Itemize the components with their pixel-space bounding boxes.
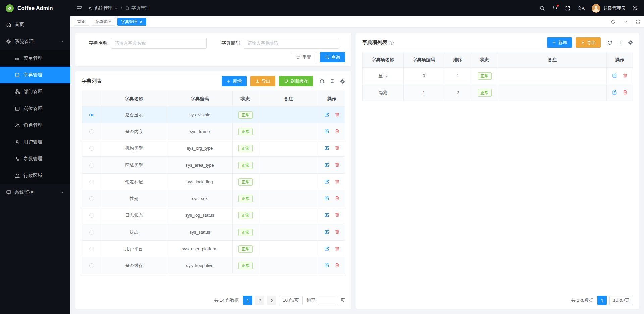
refresh-cache-button[interactable]: 刷新缓存 (279, 76, 313, 86)
edit-icon[interactable] (324, 145, 329, 150)
sidebar-item-monitor[interactable]: 系统监控 (0, 184, 70, 201)
next-page-icon[interactable] (267, 296, 276, 305)
dict-table-row[interactable]: 性别 sys_sex 正常 (82, 190, 345, 207)
delete-icon[interactable] (335, 263, 340, 268)
delete-icon[interactable] (335, 145, 340, 150)
row-select-radio[interactable] (89, 247, 94, 251)
page-number-2[interactable]: 2 (255, 296, 264, 305)
delete-icon[interactable] (335, 162, 340, 167)
table-settings-gear-icon[interactable] (340, 79, 345, 84)
delete-icon[interactable] (335, 196, 340, 201)
content-fullscreen-icon[interactable] (632, 16, 644, 27)
row-select-radio[interactable] (89, 146, 94, 151)
edit-icon[interactable] (324, 162, 329, 167)
edit-icon[interactable] (324, 229, 329, 234)
delete-icon[interactable] (335, 212, 340, 217)
sidebar-item-menu-mgmt[interactable]: 菜单管理 (0, 50, 70, 67)
search-icon[interactable] (539, 5, 545, 11)
sidebar-item-user-mgmt[interactable]: 用户管理 (0, 134, 70, 150)
topbar-actions: 文A 超级管理员 (539, 4, 638, 13)
edit-icon[interactable] (612, 90, 617, 95)
row-select-radio[interactable] (89, 113, 94, 117)
dict-name-input[interactable] (111, 38, 207, 49)
tab-home[interactable]: 首页 (74, 18, 89, 26)
dict-code-input[interactable] (244, 38, 339, 49)
row-select-radio[interactable] (89, 263, 94, 268)
delete-icon[interactable] (623, 90, 628, 95)
row-select-radio[interactable] (89, 213, 94, 218)
dict-table-row[interactable]: 日志状态 sys_log_status 正常 (82, 207, 345, 224)
dict-table-row[interactable]: 区域类型 sys_area_type 正常 (82, 157, 345, 174)
edit-icon[interactable] (324, 112, 329, 117)
delete-icon[interactable] (335, 246, 340, 251)
dict-table-row[interactable]: 用户平台 sys_user_platform 正常 (82, 241, 345, 257)
tab-menu-mgmt[interactable]: 菜单管理 (92, 18, 115, 26)
edit-icon[interactable] (324, 196, 329, 201)
sidebar-item-home[interactable]: 首页 (0, 16, 70, 33)
edit-icon[interactable] (324, 263, 329, 268)
avatar[interactable] (592, 4, 600, 13)
notifications-bell-icon[interactable] (552, 5, 558, 11)
add-dict-button[interactable]: 新增 (222, 76, 247, 86)
dict-item-table-row[interactable]: 隐藏 1 2 正常 (363, 84, 633, 101)
refresh-page-icon[interactable] (607, 16, 620, 27)
table-settings-gear-icon[interactable] (628, 40, 633, 45)
edit-icon[interactable] (324, 246, 329, 251)
sidebar-item-region-mgmt[interactable]: 行政区域 (0, 167, 70, 184)
translate-icon[interactable]: 文A (577, 5, 585, 11)
sidebar-item-dept-mgmt[interactable]: 部门管理 (0, 83, 70, 100)
refresh-table-icon[interactable] (607, 40, 612, 45)
delete-icon[interactable] (335, 179, 340, 184)
dict-table-row[interactable]: 是否缓存 sys_keepalive 正常 (82, 257, 345, 274)
close-icon[interactable] (140, 20, 143, 23)
page-size-select[interactable]: 10 条/页 (279, 296, 303, 305)
row-select-radio[interactable] (89, 180, 94, 184)
collapse-sidebar-icon[interactable] (76, 5, 83, 11)
row-select-radio[interactable] (89, 196, 94, 201)
edit-icon[interactable] (324, 212, 329, 217)
row-density-icon[interactable] (330, 79, 335, 84)
settings-gear-icon[interactable] (632, 5, 638, 11)
query-button[interactable]: 查询 (320, 52, 345, 62)
delete-icon[interactable] (335, 229, 340, 234)
sidebar-item-post-mgmt[interactable]: 岗位管理 (0, 100, 70, 117)
export-dict-item-button[interactable]: 导出 (576, 37, 601, 48)
refresh-table-icon[interactable] (319, 79, 325, 84)
reset-button[interactable]: 重置 (291, 52, 316, 62)
logo[interactable]: Coffee Admin (0, 0, 70, 16)
breadcrumb-item-dict[interactable]: 字典管理 (125, 5, 150, 11)
cell-dict-code: sys_area_type (167, 157, 233, 174)
sidebar-item-param-mgmt[interactable]: 参数管理 (0, 150, 70, 167)
add-dict-item-button[interactable]: 新增 (547, 37, 572, 48)
delete-icon[interactable] (335, 112, 340, 117)
row-select-radio[interactable] (89, 163, 94, 168)
sidebar-item-dict-mgmt[interactable]: 字典管理 (0, 67, 70, 83)
edit-icon[interactable] (324, 179, 329, 184)
tab-options-chevron-icon[interactable] (620, 16, 632, 27)
dict-table-row[interactable]: 是否显示 sys_visible 正常 (82, 107, 345, 123)
info-icon[interactable] (389, 40, 394, 45)
dict-table-row[interactable]: 是否内嵌 sys_frame 正常 (82, 123, 345, 140)
page-size-select[interactable]: 10 条/页 (609, 296, 633, 305)
delete-icon[interactable] (335, 129, 340, 134)
fullscreen-icon[interactable] (565, 6, 570, 11)
dict-table-row[interactable]: 锁定标记 sys_lock_flag 正常 (82, 174, 345, 190)
row-select-radio[interactable] (89, 230, 94, 235)
dict-item-table-row[interactable]: 显示 0 1 正常 (363, 68, 633, 84)
dict-table-row[interactable]: 状态 sys_status 正常 (82, 224, 345, 241)
dict-table-row[interactable]: 机构类型 sys_org_type 正常 (82, 140, 345, 157)
delete-icon[interactable] (623, 73, 628, 78)
export-dict-button[interactable]: 导出 (250, 76, 275, 86)
page-number-1[interactable]: 1 (243, 296, 252, 305)
edit-icon[interactable] (612, 73, 617, 78)
current-user-name[interactable]: 超级管理员 (603, 5, 625, 11)
edit-icon[interactable] (324, 129, 329, 134)
row-select-radio[interactable] (89, 129, 94, 134)
sidebar-item-role-mgmt[interactable]: 角色管理 (0, 117, 70, 134)
row-density-icon[interactable] (618, 40, 623, 45)
breadcrumb-item-system[interactable]: 系统管理 (88, 5, 118, 11)
jump-page-input[interactable] (318, 296, 338, 305)
page-number-1[interactable]: 1 (597, 296, 607, 305)
tab-dict-mgmt[interactable]: 字典管理 (117, 18, 146, 26)
sidebar-item-system[interactable]: 系统管理 (0, 33, 70, 50)
